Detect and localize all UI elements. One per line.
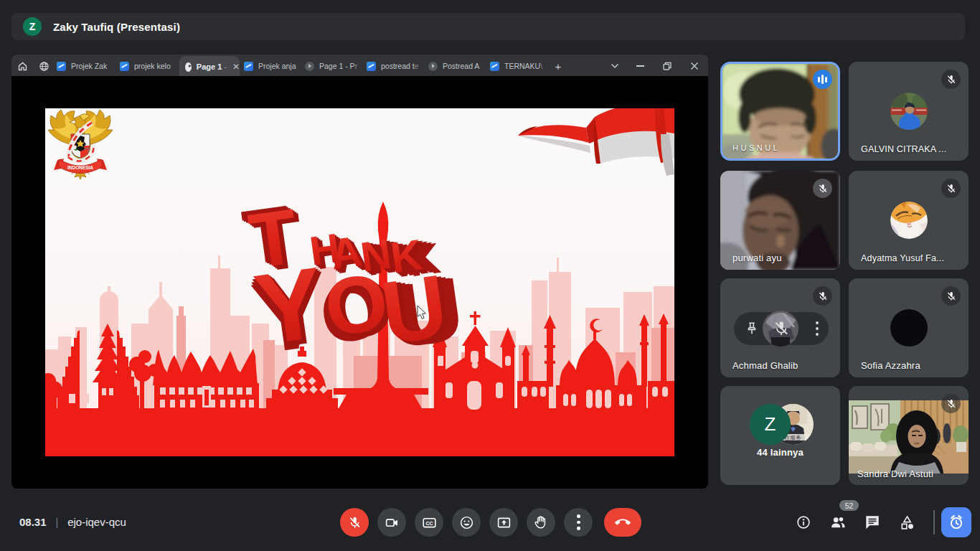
svg-text:INDONESIA: INDONESIA [67,165,93,170]
svg-text:U: U [375,256,453,363]
svg-text:CC: CC [425,520,433,525]
